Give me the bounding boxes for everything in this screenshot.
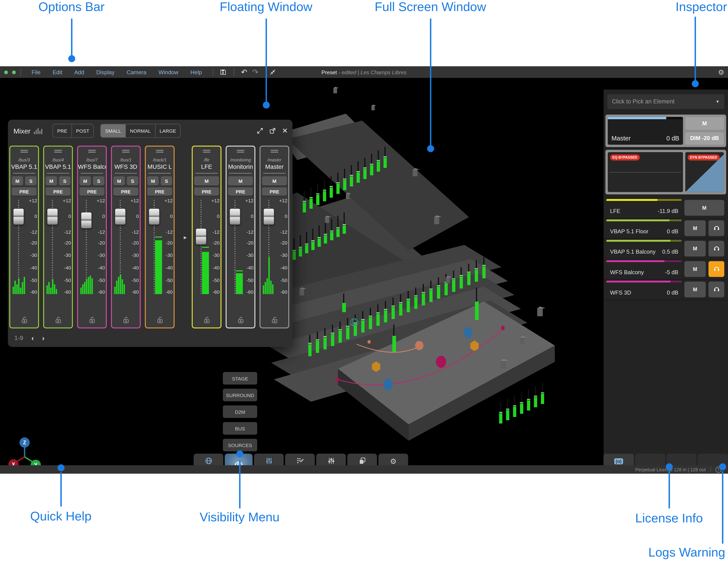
element-level-display[interactable]: VBAP 5.1 Balcony 0.5 dB bbox=[606, 240, 682, 257]
drag-handle-icon[interactable] bbox=[88, 150, 96, 153]
drag-handle-icon[interactable] bbox=[203, 150, 210, 153]
element-row-lfe[interactable]: LFE -11.9 dB M bbox=[604, 198, 728, 218]
element-mute-button[interactable]: M bbox=[685, 220, 706, 236]
mute-button[interactable]: M bbox=[194, 176, 219, 186]
fader[interactable]: +120-12-20-30-40-50-60 bbox=[112, 198, 140, 295]
master-level-display[interactable]: Master 0 dB bbox=[608, 117, 683, 145]
menu-item-add[interactable]: Add bbox=[68, 69, 90, 75]
full-screen-window[interactable]: Mixer PRE POST SMALLNORMALLARGE bbox=[0, 78, 728, 465]
toolbar-groups-button[interactable]: Groups bbox=[347, 454, 377, 465]
solo-button[interactable]: S bbox=[25, 176, 37, 186]
lock-icon[interactable] bbox=[10, 316, 38, 324]
pre-button[interactable]: PRE bbox=[12, 188, 37, 196]
solo-button[interactable]: S bbox=[59, 176, 70, 186]
mixer-channel-bus-3[interactable]: /bus/3 VBAP 5.1 MS PRE +120-12-20-30-40-… bbox=[9, 146, 39, 328]
fader[interactable]: +120-12-20-30-40-50-60 bbox=[193, 198, 221, 295]
gear-icon[interactable]: ⚙ bbox=[718, 68, 724, 76]
mixer-channel-bus-7[interactable]: /bus/7 WFS Balco MS PRE +120-12-20-30-40… bbox=[77, 146, 107, 328]
toolbar-routing-button[interactable]: Routing bbox=[316, 454, 346, 465]
page-next-icon[interactable]: › bbox=[42, 334, 45, 342]
menu-item-file[interactable]: File bbox=[26, 69, 46, 75]
fader[interactable]: +120-12-20-30-40-50-60 bbox=[10, 198, 38, 295]
fader-cap[interactable] bbox=[230, 209, 240, 224]
drag-handle-icon[interactable] bbox=[156, 150, 163, 153]
lock-icon[interactable] bbox=[226, 316, 254, 324]
channel-scroll-arrow-icon[interactable]: ▸ bbox=[179, 146, 192, 328]
fader-cap[interactable] bbox=[81, 213, 92, 229]
element-level-display[interactable]: VBAP 5.1 Floor 0 dB bbox=[606, 220, 682, 237]
menu-item-camera[interactable]: Camera bbox=[121, 69, 153, 75]
mixer-channel-monitoring[interactable]: /monitoring Monitorin M PRE +120-12-20-3… bbox=[226, 146, 255, 328]
size-normal-button[interactable]: NORMAL bbox=[126, 124, 155, 137]
mixer-floating-window[interactable]: Mixer PRE POST SMALLNORMALLARGE bbox=[8, 120, 293, 347]
fader-cap[interactable] bbox=[149, 209, 159, 224]
pre-tap-button[interactable]: PRE bbox=[53, 124, 72, 137]
save-icon[interactable] bbox=[218, 69, 229, 75]
menu-item-window[interactable]: Window bbox=[153, 69, 184, 75]
close-icon[interactable]: ✕ bbox=[282, 126, 288, 135]
fader-cap[interactable] bbox=[47, 209, 58, 224]
element-row-wfs-balcony[interactable]: WFS Balcony -5 dB M bbox=[604, 259, 728, 280]
solo-button[interactable]: S bbox=[93, 176, 105, 186]
element-mute-button[interactable]: M bbox=[685, 200, 724, 216]
lock-icon[interactable] bbox=[44, 316, 72, 324]
mute-button[interactable]: M bbox=[228, 176, 253, 186]
size-large-button[interactable]: LARGE bbox=[156, 124, 180, 137]
menu-item-display[interactable]: Display bbox=[90, 69, 121, 75]
fader-cap[interactable] bbox=[264, 209, 274, 224]
redo-icon[interactable]: ↷ bbox=[250, 68, 261, 77]
mute-button[interactable]: M bbox=[113, 176, 125, 186]
master-tab-button[interactable]: (o) Master bbox=[604, 454, 634, 465]
solo-button[interactable]: S bbox=[161, 176, 172, 186]
element-row-vbap-5-1-floor[interactable]: VBAP 5.1 Floor 0 dB M bbox=[604, 219, 728, 239]
element-mute-button[interactable]: M bbox=[685, 241, 706, 256]
lock-icon[interactable] bbox=[193, 316, 221, 324]
pick-element-dropdown[interactable]: Click to Pick an Element ▼ bbox=[607, 94, 724, 109]
fader-cap[interactable] bbox=[196, 229, 206, 244]
pre-button[interactable]: PRE bbox=[262, 188, 287, 196]
pre-button[interactable]: PRE bbox=[113, 188, 138, 196]
element-mute-button[interactable]: M bbox=[685, 261, 706, 277]
toolbar-overview-button[interactable]: Overview bbox=[285, 454, 315, 465]
drag-handle-icon[interactable] bbox=[54, 150, 62, 153]
fader[interactable]: +120-12-20-30-40-50-60 bbox=[260, 198, 289, 295]
post-tap-button[interactable]: POST bbox=[72, 124, 94, 137]
filter-bus-button[interactable]: BUS bbox=[223, 422, 257, 435]
element-monitor-button[interactable] bbox=[709, 220, 724, 236]
mute-button[interactable]: M bbox=[45, 176, 57, 186]
element-monitor-button[interactable] bbox=[709, 282, 724, 297]
filter-surround-button[interactable]: SURROUND bbox=[223, 389, 257, 401]
menu-item-help[interactable]: Help bbox=[184, 69, 208, 75]
lock-icon[interactable] bbox=[112, 316, 140, 324]
pre-button[interactable]: PRE bbox=[194, 188, 219, 196]
toolbar-mixer-button[interactable]: Mixer bbox=[254, 454, 284, 465]
mute-button[interactable]: M bbox=[79, 176, 91, 186]
pre-button[interactable]: PRE bbox=[228, 188, 253, 196]
mute-button[interactable]: M bbox=[147, 176, 159, 186]
drag-handle-icon[interactable] bbox=[20, 150, 28, 153]
mixer-channel-track-1[interactable]: /track/1 MUSIC L MS PRE +120-12-20-30-40… bbox=[145, 146, 175, 328]
solo-button[interactable]: S bbox=[127, 176, 138, 186]
mute-button[interactable]: M bbox=[12, 176, 23, 186]
mixer-channel-master[interactable]: /master Master M PRE +120-12-20-30-40-50… bbox=[259, 146, 289, 328]
element-level-display[interactable]: LFE -11.9 dB bbox=[606, 199, 682, 217]
drag-handle-icon[interactable] bbox=[122, 150, 130, 153]
mixer-window-header[interactable]: Mixer PRE POST SMALLNORMALLARGE bbox=[8, 120, 293, 142]
element-level-display[interactable]: WFS 3D 0 dB bbox=[606, 281, 682, 298]
pre-button[interactable]: PRE bbox=[79, 188, 105, 196]
dynamics-display[interactable]: DYN BYPASSED bbox=[685, 152, 724, 192]
expand-window-icon[interactable] bbox=[257, 127, 263, 134]
undo-icon[interactable]: ↶ bbox=[238, 68, 249, 77]
filter-sources-button[interactable]: SOURCES bbox=[223, 439, 257, 452]
lock-icon[interactable] bbox=[260, 316, 289, 324]
filter-d2m-button[interactable]: D2M bbox=[223, 405, 257, 418]
mixer-channel-bus-4[interactable]: /bus/4 VBAP 5.1 MS PRE +120-12-20-30-40-… bbox=[43, 146, 73, 328]
eq-display[interactable]: EQ BYPASSED bbox=[608, 152, 683, 192]
fader[interactable]: +120-12-20-30-40-50-60 bbox=[44, 198, 72, 295]
mute-button[interactable]: M bbox=[262, 176, 287, 186]
element-row-wfs-3d[interactable]: WFS 3D 0 dB M bbox=[604, 280, 728, 300]
filter-stage-button[interactable]: STAGE bbox=[223, 372, 257, 384]
master-mute-button[interactable]: M bbox=[685, 117, 724, 129]
element-monitor-button[interactable] bbox=[709, 261, 724, 277]
open-external-window-icon[interactable] bbox=[269, 127, 276, 134]
